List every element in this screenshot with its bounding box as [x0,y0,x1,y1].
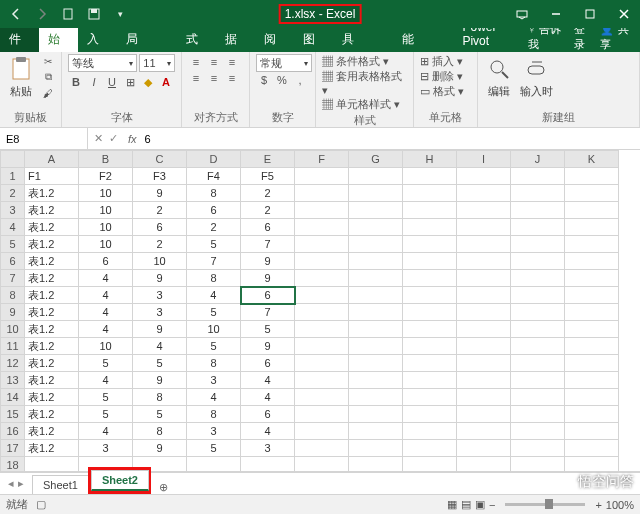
cell[interactable] [349,406,403,423]
cell[interactable] [565,185,619,202]
cell[interactable] [457,253,511,270]
cell[interactable]: 表1.2 [25,304,79,321]
cell[interactable]: 8 [187,406,241,423]
input-button[interactable]: 输入时 [518,54,555,101]
cell[interactable]: 9 [133,372,187,389]
cell[interactable] [295,389,349,406]
cell[interactable]: 表1.2 [25,338,79,355]
cell[interactable] [565,219,619,236]
cell[interactable]: 9 [241,338,295,355]
cell[interactable] [565,355,619,372]
cell[interactable]: 5 [187,338,241,355]
cell[interactable] [511,457,565,473]
cell[interactable]: 8 [187,270,241,287]
cell[interactable]: 10 [79,202,133,219]
cell[interactable]: 表1.2 [25,321,79,338]
cell[interactable]: 7 [187,253,241,270]
cell[interactable] [403,253,457,270]
cell[interactable]: 5 [187,236,241,253]
col-header[interactable]: G [349,151,403,168]
cell[interactable]: 8 [187,355,241,372]
save-icon[interactable] [86,6,102,22]
cell[interactable] [349,202,403,219]
cell[interactable]: 4 [187,389,241,406]
cell[interactable] [457,219,511,236]
cell[interactable] [25,457,79,473]
font-name-combo[interactable]: 等线▾ [68,54,137,72]
cell[interactable] [565,389,619,406]
insert-cells-button[interactable]: ⊞ 插入 ▾ [420,54,471,69]
cell[interactable]: 4 [79,287,133,304]
cell[interactable]: 表1.2 [25,406,79,423]
cell[interactable] [457,287,511,304]
cell[interactable] [511,185,565,202]
maximize-button[interactable] [574,0,606,28]
row-header[interactable]: 14 [1,389,25,406]
cell[interactable] [457,338,511,355]
sheet-tab-1[interactable]: Sheet1 [32,475,89,494]
comma-button[interactable]: , [292,72,308,88]
cell[interactable]: 3 [79,440,133,457]
cell[interactable] [511,406,565,423]
cell[interactable] [565,321,619,338]
cell[interactable]: 表1.2 [25,185,79,202]
col-header[interactable]: H [403,151,457,168]
cell[interactable] [403,270,457,287]
align-center[interactable]: ≡ [206,70,222,86]
cell[interactable]: 2 [133,236,187,253]
row-header[interactable]: 5 [1,236,25,253]
cell[interactable]: 3 [133,287,187,304]
col-header[interactable]: D [187,151,241,168]
cell[interactable] [295,406,349,423]
cell[interactable]: 4 [79,304,133,321]
cell[interactable] [565,338,619,355]
cell[interactable] [295,338,349,355]
cell[interactable] [511,168,565,185]
cell[interactable] [349,423,403,440]
cell[interactable]: 5 [79,389,133,406]
cell[interactable] [565,253,619,270]
align-top[interactable]: ≡ [188,54,204,70]
cell[interactable] [565,202,619,219]
cell[interactable] [511,304,565,321]
cell[interactable] [565,270,619,287]
cell[interactable] [295,168,349,185]
table-format-button[interactable]: ▦ 套用表格格式 ▾ [322,69,407,97]
row-header[interactable]: 18 [1,457,25,473]
italic-button[interactable]: I [86,74,102,90]
cell[interactable] [403,202,457,219]
percent-button[interactable]: % [274,72,290,88]
cell[interactable] [565,287,619,304]
cell[interactable]: 10 [187,321,241,338]
row-header[interactable]: 9 [1,304,25,321]
redo-icon[interactable] [34,6,50,22]
cell[interactable] [349,304,403,321]
align-right[interactable]: ≡ [224,70,240,86]
cell[interactable]: 9 [241,270,295,287]
cell[interactable] [457,202,511,219]
cell[interactable] [565,406,619,423]
cell[interactable]: 10 [79,236,133,253]
row-header[interactable]: 13 [1,372,25,389]
cell[interactable] [403,287,457,304]
cell[interactable]: 5 [79,355,133,372]
zoom-out-icon[interactable]: − [489,499,495,511]
cell[interactable]: 表1.2 [25,219,79,236]
row-header[interactable]: 1 [1,168,25,185]
align-mid[interactable]: ≡ [206,54,222,70]
cell[interactable] [349,457,403,473]
file-icon[interactable] [60,6,76,22]
record-macro-icon[interactable]: ▢ [36,498,46,511]
cell[interactable] [511,389,565,406]
cell[interactable]: 2 [241,185,295,202]
cell[interactable]: 表1.2 [25,236,79,253]
cell[interactable]: 6 [241,219,295,236]
fill-button[interactable]: ◆ [140,74,156,90]
cell[interactable]: 9 [133,270,187,287]
cell[interactable]: 表1.2 [25,355,79,372]
cell[interactable] [457,236,511,253]
format-painter-icon[interactable]: 🖌 [40,86,56,100]
cell[interactable] [403,423,457,440]
cell[interactable]: 表1.2 [25,253,79,270]
cell[interactable] [403,304,457,321]
